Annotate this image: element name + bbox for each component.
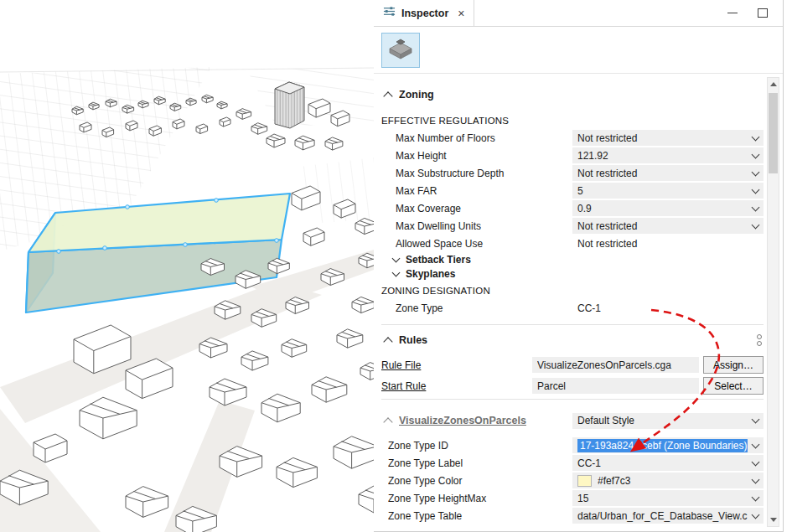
param-row-zone-type-color: Zone Type Color #fef7c3: [381, 472, 764, 489]
param-label: Max Dwelling Units: [396, 220, 572, 232]
param-label: Zone Type Label: [388, 457, 572, 469]
chevron-down-icon: [752, 440, 760, 448]
color-swatch[interactable]: [577, 475, 592, 487]
start-rule-link[interactable]: Start Rule: [381, 380, 532, 392]
rule-file-row: Rule File VisualizeZonesOnParcels.cga As…: [381, 354, 764, 375]
skyplanes-toggle[interactable]: Skyplanes: [389, 266, 764, 281]
effective-regulations-header: EFFECTIVE REGULATIONS: [381, 116, 764, 126]
chevron-down-icon: [752, 457, 760, 466]
zone-type-color-dropdown[interactable]: #fef7c3: [572, 473, 764, 488]
param-label: Zone Type ID: [388, 440, 572, 452]
zone-type-value: CC-1: [572, 302, 601, 314]
param-label: Zone Type: [396, 302, 572, 314]
section-menu-icon[interactable]: [757, 334, 764, 346]
chevron-down-icon: [752, 493, 760, 501]
vertical-scrollbar[interactable]: [767, 77, 779, 527]
chevron-down-icon: [752, 475, 760, 483]
inspector-tab-icon: [383, 5, 396, 21]
chevron-down-icon: [752, 168, 760, 176]
section-divider: [381, 399, 764, 400]
style-section-title[interactable]: VisualizeZonesOnParcels: [399, 415, 526, 426]
select-button[interactable]: Select…: [703, 377, 764, 395]
rule-file-link[interactable]: Rule File: [381, 359, 532, 371]
scrollbar-thumb[interactable]: [769, 93, 778, 173]
section-divider: [381, 324, 764, 325]
collapse-rules-icon[interactable]: [383, 337, 392, 346]
chevron-down-icon: [752, 132, 760, 141]
param-row-max-substructure-depth: Max Substructure Depth Not restricted: [381, 164, 764, 182]
param-label: Max Substructure Depth: [396, 168, 572, 179]
section-header-style: VisualizeZonesOnParcels Default Style: [381, 411, 764, 430]
selection-icon-row: [374, 27, 783, 74]
parcel-object-icon[interactable]: [381, 33, 420, 68]
param-row-max-height: Max Height 121.92: [381, 147, 764, 164]
param-row-max-dwelling-units: Max Dwelling Units Not restricted: [381, 217, 764, 235]
collapse-style-icon[interactable]: [383, 417, 392, 426]
chevron-down-icon: [752, 185, 760, 194]
section-header-zoning[interactable]: Zoning: [381, 85, 764, 104]
start-rule-field[interactable]: Parcel: [532, 378, 699, 394]
max-floors-dropdown[interactable]: Not restricted: [572, 130, 764, 146]
max-coverage-dropdown[interactable]: 0.9: [572, 200, 764, 216]
selected-text: 17-193a824...cebf (Zone Boundaries): [577, 439, 748, 452]
section-header-rules[interactable]: Rules: [381, 331, 764, 349]
param-row-zone-type: Zone Type CC-1: [381, 299, 764, 317]
zoning-title: Zoning: [399, 89, 434, 101]
param-label: Zone Type Table: [388, 510, 572, 522]
maximize-button[interactable]: [758, 8, 768, 18]
rules-title: Rules: [399, 334, 427, 346]
max-far-dropdown[interactable]: 5: [572, 183, 764, 199]
zone-type-label-dropdown[interactable]: CC-1: [572, 455, 764, 471]
tab-inspector[interactable]: Inspector ×: [374, 0, 474, 26]
tab-close-icon[interactable]: ×: [458, 8, 464, 19]
inspector-panel: Inspector × Zoning EFFECTIVE REGULATIONS…: [374, 0, 784, 532]
chevron-down-icon: [752, 510, 760, 519]
param-label: Allowed Space Use: [396, 238, 572, 250]
param-label: Max FAR: [396, 185, 572, 197]
expand-setback-tiers-icon[interactable]: [392, 255, 401, 263]
zone-type-heightmax-dropdown[interactable]: 15: [572, 490, 764, 506]
param-row-max-floors: Max Number of Floors Not restricted: [381, 129, 764, 147]
param-row-max-coverage: Max Coverage 0.9: [381, 199, 764, 217]
setback-tiers-toggle[interactable]: Setback Tiers: [389, 252, 764, 266]
max-dwelling-units-dropdown[interactable]: Not restricted: [572, 218, 764, 234]
panel-titlebar: Inspector ×: [374, 0, 783, 27]
zoning-designation-header: ZONING DESIGNATION: [381, 286, 764, 296]
chevron-down-icon: [752, 416, 760, 424]
param-label: Zone Type Color: [388, 475, 572, 487]
scroll-down-icon[interactable]: [770, 518, 777, 522]
param-row-zone-type-table: Zone Type Table data/Urban_for_CE_Databa…: [381, 507, 764, 524]
zone-type-table-dropdown[interactable]: data/Urban_for_CE_Database_View.c: [572, 508, 764, 524]
3d-viewport[interactable]: [0, 0, 374, 532]
collapse-zoning-icon[interactable]: [383, 91, 392, 101]
param-label: Max Number of Floors: [396, 132, 572, 144]
param-row-zone-type-label: Zone Type Label CC-1: [381, 454, 764, 472]
chevron-down-icon: [752, 150, 760, 158]
param-row-allowed-space-use: Allowed Space Use Not restricted: [381, 235, 764, 252]
zone-type-id-dropdown[interactable]: 17-193a824...cebf (Zone Boundaries): [572, 437, 764, 453]
assign-button[interactable]: Assign…: [703, 356, 764, 374]
param-row-max-far: Max FAR 5: [381, 182, 764, 199]
scroll-up-icon[interactable]: [770, 82, 777, 86]
param-label: Zone Type HeightMax: [388, 493, 572, 504]
minimize-button[interactable]: [727, 13, 738, 13]
city-scene: [0, 0, 374, 532]
start-rule-row: Start Rule Parcel Select…: [381, 375, 764, 396]
max-height-dropdown[interactable]: 121.92: [572, 147, 764, 163]
parcel-shape-icon: [386, 38, 415, 63]
allowed-space-use-value: Not restricted: [572, 238, 637, 250]
expand-skyplanes-icon[interactable]: [392, 269, 401, 277]
inspector-content: Zoning EFFECTIVE REGULATIONS Max Number …: [374, 75, 783, 531]
max-substructure-depth-dropdown[interactable]: Not restricted: [572, 165, 764, 181]
param-row-zone-type-id: Zone Type ID 17-193a824...cebf (Zone Bou…: [381, 436, 764, 454]
style-dropdown[interactable]: Default Style: [572, 413, 764, 429]
chevron-down-icon: [752, 220, 760, 229]
rule-file-field[interactable]: VisualizeZonesOnParcels.cga: [532, 357, 699, 373]
tab-title: Inspector: [401, 8, 448, 19]
param-label: Max Height: [396, 150, 572, 162]
chevron-down-icon: [752, 203, 760, 211]
param-row-zone-type-heightmax: Zone Type HeightMax 15: [381, 489, 764, 507]
param-label: Max Coverage: [396, 203, 572, 214]
